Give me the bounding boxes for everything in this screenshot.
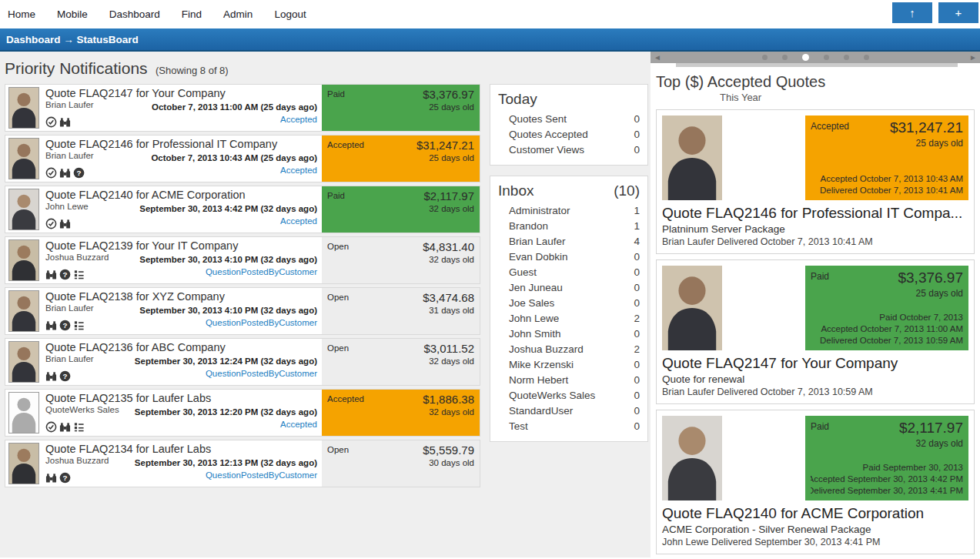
inbox-row[interactable]: Brian Laufer 4 <box>498 233 640 249</box>
inbox-row[interactable]: QuoteWerks Sales 0 <box>498 387 640 403</box>
notification-card[interactable]: Quote FLAQ2147 for Your Company Brian La… <box>5 84 480 132</box>
nav-item-admin[interactable]: Admin <box>223 8 253 20</box>
notification-status-link[interactable]: Accepted <box>280 420 317 429</box>
quote-age: 31 days old <box>327 306 474 315</box>
status-history-line: Accepted October 7, 2013 10:43 AM <box>811 173 963 185</box>
inbox-row[interactable]: Evan Dobkin 0 <box>498 249 640 264</box>
question-circle-icon[interactable]: ? <box>59 269 71 280</box>
top-quote-card[interactable]: Paid $2,117.97 32 days old Paid Septembe… <box>656 410 975 554</box>
status-history-line: Delivered October 7, 2013 10:59 AM <box>811 335 963 346</box>
inbox-row-value: 0 <box>634 359 640 370</box>
notification-status-link[interactable]: Accepted <box>280 166 317 175</box>
inbox-row[interactable]: John Smith 0 <box>498 326 640 341</box>
quote-age: 30 days old <box>327 458 474 467</box>
quote-title: Quote FLAQ2138 for XYZ Company <box>45 290 317 303</box>
notification-card[interactable]: Quote FLAQ2139 for Your IT Company Joshu… <box>5 236 480 284</box>
notification-status-link[interactable]: QuestionPostedByCustomer <box>206 318 317 327</box>
list-icon[interactable] <box>73 320 85 331</box>
notification-card[interactable]: Quote FLAQ2136 for ABC Company Brian Lau… <box>5 338 480 386</box>
quote-amount: $3,011.52 <box>423 342 474 355</box>
question-circle-icon[interactable]: ? <box>59 472 71 484</box>
inbox-row[interactable]: Jen Juneau 0 <box>498 280 640 295</box>
avatar <box>8 87 39 129</box>
quote-age: 32 days old <box>327 204 474 213</box>
question-circle-icon[interactable]: ? <box>59 370 71 382</box>
check-circle-icon[interactable] <box>45 421 57 433</box>
inbox-row[interactable]: Guest 0 <box>498 264 640 280</box>
scroll-dot-2[interactable] <box>782 55 788 60</box>
status-history-line: Paid October 7, 2013 <box>811 312 963 323</box>
scroll-dot-4[interactable] <box>824 55 829 60</box>
notification-status-link[interactable]: QuestionPostedByCustomer <box>206 267 317 276</box>
status-label: Paid <box>327 88 345 99</box>
nav-item-find[interactable]: Find <box>182 8 202 20</box>
inbox-row-label: Joshua Buzzard <box>509 343 584 355</box>
nav-toolbar: ↑+ <box>892 2 978 23</box>
binoculars-icon[interactable] <box>45 320 57 331</box>
question-circle-icon[interactable]: ? <box>73 167 85 179</box>
binoculars-icon[interactable] <box>59 116 71 128</box>
notification-card[interactable]: Quote FLAQ2134 for Laufer Labs Joshua Bu… <box>5 440 480 487</box>
nav-item-logout[interactable]: Logout <box>274 8 306 20</box>
today-row[interactable]: Quotes Sent 0 <box>498 111 640 126</box>
plus-button[interactable]: + <box>938 2 978 23</box>
up-arrow-button[interactable]: ↑ <box>892 2 932 23</box>
inbox-row[interactable]: Norm Hebert 0 <box>498 372 640 387</box>
today-row[interactable]: Customer Views 0 <box>498 142 640 157</box>
binoculars-icon[interactable] <box>59 421 71 433</box>
inbox-row[interactable]: Joshua Buzzard 2 <box>498 341 640 356</box>
status-label: Accepted <box>327 139 364 149</box>
notification-card[interactable]: Quote FLAQ2146 for Professional IT Compa… <box>5 135 480 182</box>
notification-date: September 30, 2013 4:10 PM (32 days ago) <box>139 306 317 315</box>
question-circle-icon[interactable]: ? <box>59 320 71 331</box>
quote-description: Quote for renewal <box>662 373 968 385</box>
list-icon[interactable] <box>73 421 85 433</box>
scroll-right-icon[interactable]: ► <box>969 53 977 62</box>
scroll-dot-3[interactable] <box>802 54 809 61</box>
notification-card[interactable]: Quote FLAQ2140 for ACME Corporation John… <box>5 186 480 233</box>
notification-status-link[interactable]: QuestionPostedByCustomer <box>206 369 317 378</box>
list-icon[interactable] <box>73 269 85 280</box>
binoculars-icon[interactable] <box>59 167 71 179</box>
inbox-row[interactable]: StandardUser 0 <box>498 403 640 418</box>
notification-status-link[interactable]: Accepted <box>280 216 317 226</box>
avatar <box>8 443 39 484</box>
check-circle-icon[interactable] <box>45 167 57 179</box>
inbox-row[interactable]: Brandon 1 <box>498 218 640 233</box>
quote-age: 32 days old <box>327 356 474 366</box>
notification-status-link[interactable]: QuestionPostedByCustomer <box>206 470 317 480</box>
check-circle-icon[interactable] <box>45 218 57 229</box>
inbox-row[interactable]: Mike Krzenski 0 <box>498 356 640 372</box>
notification-status-link[interactable]: Accepted <box>280 115 317 124</box>
scroll-dot-1[interactable] <box>762 55 768 60</box>
nav-item-dashboard[interactable]: Dashboard <box>109 8 160 20</box>
binoculars-icon[interactable] <box>59 218 71 229</box>
binoculars-icon[interactable] <box>45 472 57 484</box>
inbox-count: (10) <box>614 182 640 199</box>
scrollbar-track[interactable] <box>676 63 958 67</box>
status-box: Accepted $1,886.38 32 days old <box>322 390 480 436</box>
nav-item-mobile[interactable]: Mobile <box>57 8 88 20</box>
notification-card[interactable]: Quote FLAQ2135 for Laufer Labs QuoteWerk… <box>5 389 480 437</box>
inbox-row[interactable]: Joe Sales 0 <box>498 295 640 310</box>
top-quote-card[interactable]: Accepted $31,247.21 25 days old Accepted… <box>656 109 975 254</box>
horizontal-scrollbar[interactable]: ◄ ► <box>651 52 980 63</box>
inbox-row[interactable]: John Lewe 2 <box>498 310 640 326</box>
top-quote-card[interactable]: Paid $3,376.97 25 days old Paid October … <box>656 259 975 404</box>
binoculars-icon[interactable] <box>45 370 57 382</box>
inbox-row-value: 2 <box>634 313 640 324</box>
avatar <box>662 266 722 350</box>
inbox-row[interactable]: Administrator 1 <box>498 203 640 218</box>
scroll-dot-6[interactable] <box>864 55 869 60</box>
scroll-dot-5[interactable] <box>844 55 849 60</box>
nav-item-home[interactable]: Home <box>8 8 35 20</box>
breadcrumb: Dashboard → StatusBoard <box>0 28 980 52</box>
scroll-left-icon[interactable]: ◄ <box>654 53 661 62</box>
notification-card[interactable]: Quote FLAQ2138 for XYZ Company Brian Lau… <box>5 287 480 335</box>
check-circle-icon[interactable] <box>45 116 57 128</box>
inbox-row[interactable]: Test 0 <box>498 418 640 433</box>
notification-icons: ? <box>45 472 71 484</box>
status-label: Open <box>327 240 349 251</box>
binoculars-icon[interactable] <box>45 269 57 280</box>
today-row[interactable]: Quotes Accepted 0 <box>498 126 640 142</box>
